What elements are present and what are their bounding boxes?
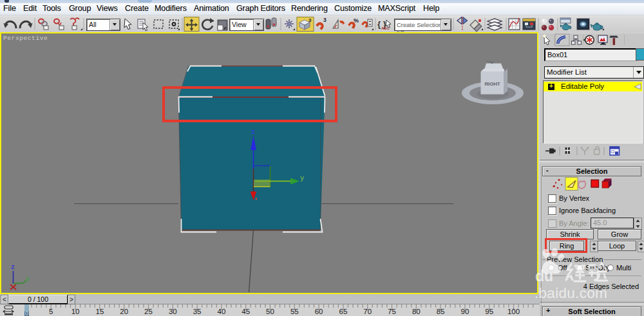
svg-text:RIGHT: RIGHT <box>485 81 500 87</box>
svg-text:y: y <box>300 174 304 182</box>
svg-text:3: 3 <box>308 17 312 23</box>
svg-text:.baidu.com: .baidu.com <box>535 285 607 301</box>
svg-text:du: du <box>535 268 553 284</box>
svg-text:3: 3 <box>323 17 327 23</box>
svg-text:0: 0 <box>25 310 28 316</box>
svg-text:Perspective: Perspective <box>3 35 48 42</box>
svg-text:z: z <box>251 129 255 136</box>
svg-text:y: y <box>26 275 30 283</box>
svg-text:%: % <box>354 17 359 24</box>
svg-text:z: z <box>11 264 15 271</box>
